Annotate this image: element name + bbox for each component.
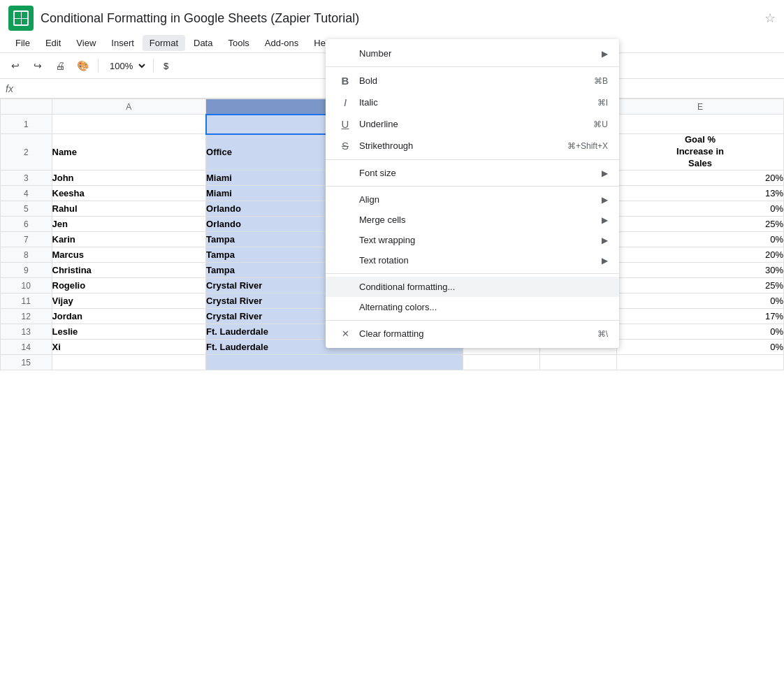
cell-a5[interactable]: Rahul — [52, 201, 206, 217]
row-num: 8 — [1, 247, 52, 263]
menu-item-conditional-formatting[interactable]: Conditional formatting... — [326, 277, 619, 297]
menu-item-align[interactable]: Align ▶ — [326, 189, 619, 210]
text-wrapping-arrow: ▶ — [602, 235, 608, 245]
menu-edit[interactable]: Edit — [38, 35, 68, 51]
cell-a13[interactable]: Leslie — [52, 324, 206, 340]
cell-a11[interactable]: Vijay — [52, 293, 206, 309]
menu-item-merge-cells[interactable]: Merge cells ▶ — [326, 210, 619, 230]
format-dropdown-menu: Number ▶ B Bold ⌘B I Italic ⌘I U Underli… — [326, 99, 619, 348]
star-icon[interactable]: ☆ — [764, 10, 776, 26]
toolbar-separator-2 — [153, 59, 154, 73]
menu-item-strikethrough[interactable]: S Strikethrough ⌘+Shift+X — [326, 135, 619, 157]
menu-view[interactable]: View — [69, 35, 103, 51]
cell-b15[interactable] — [206, 355, 463, 370]
col-header-a[interactable]: A — [52, 99, 206, 115]
cell-c15[interactable] — [463, 355, 539, 370]
separator-2 — [326, 159, 619, 160]
col-header-e[interactable]: E — [617, 99, 784, 115]
zoom-select[interactable]: 100% 75% 125% 150% — [104, 59, 147, 73]
font-size-label: Font size — [359, 168, 602, 178]
row-num: 14 — [1, 340, 52, 355]
menu-item-text-rotation[interactable]: Text rotation ▶ — [326, 250, 619, 270]
separator-4 — [326, 273, 619, 274]
clear-formatting-icon: ✕ — [337, 328, 354, 339]
menu-item-underline[interactable]: U Underline ⌘U — [326, 113, 619, 135]
underline-shortcut: ⌘U — [593, 119, 608, 129]
paint-format-button[interactable]: 🎨 — [73, 56, 92, 75]
row-num: 7 — [1, 232, 52, 247]
cell-e9[interactable]: 30% — [617, 263, 784, 278]
menu-addons[interactable]: Add-ons — [258, 35, 305, 51]
menu-item-font-size[interactable]: Font size ▶ — [326, 163, 619, 183]
underline-label: Underline — [359, 119, 588, 129]
row-num: 3 — [1, 170, 52, 186]
cell-a7[interactable]: Karin — [52, 232, 206, 247]
merge-cells-arrow: ▶ — [602, 215, 608, 225]
cell-a12[interactable]: Jordan — [52, 309, 206, 324]
separator-5 — [326, 320, 619, 321]
separator-3 — [326, 186, 619, 187]
cell-a10[interactable]: Rogelio — [52, 278, 206, 293]
menu-item-alternating-colors[interactable]: Alternating colors... — [326, 297, 619, 317]
cell-e5[interactable]: 0% — [617, 201, 784, 217]
cell-e12[interactable]: 17% — [617, 309, 784, 324]
redo-button[interactable]: ↪ — [28, 56, 48, 75]
app-icon — [8, 6, 34, 31]
cell-a4[interactable]: Keesha — [52, 186, 206, 201]
menu-tools[interactable]: Tools — [221, 35, 256, 51]
row-num: 2 — [1, 134, 52, 170]
toolbar-separator-1 — [98, 59, 99, 73]
menu-format[interactable]: Format — [143, 35, 185, 51]
cell-e8[interactable]: 20% — [617, 247, 784, 263]
currency-button[interactable]: $ — [159, 59, 173, 73]
print-button[interactable]: 🖨 — [50, 56, 70, 75]
text-rotation-label: Text rotation — [359, 255, 602, 266]
cell-a3[interactable]: John — [52, 170, 206, 186]
row-num: 5 — [1, 201, 52, 217]
cell-e15[interactable] — [617, 355, 784, 370]
cell-e3[interactable]: 20% — [617, 170, 784, 186]
undo-button[interactable]: ↩ — [6, 56, 25, 75]
cell-d15[interactable] — [539, 355, 616, 370]
menu-data[interactable]: Data — [187, 35, 219, 51]
cell-e1[interactable] — [617, 115, 784, 134]
cell-a9[interactable]: Christina — [52, 263, 206, 278]
table-row: 15 — [1, 355, 784, 370]
italic-shortcut: ⌘I — [597, 99, 608, 108]
cell-a6[interactable]: Jen — [52, 217, 206, 232]
menu-item-text-wrapping[interactable]: Text wrapping ▶ — [326, 230, 619, 250]
clear-formatting-shortcut: ⌘\ — [597, 329, 608, 339]
alternating-colors-label: Alternating colors... — [359, 302, 608, 312]
font-size-arrow: ▶ — [602, 168, 608, 178]
spreadsheet-area: A B C D E 1 2 Name Office — [0, 99, 784, 370]
cell-a15[interactable] — [52, 355, 206, 370]
menu-item-italic[interactable]: I Italic ⌘I — [326, 99, 619, 113]
underline-icon: U — [337, 118, 354, 130]
cell-e7[interactable]: 0% — [617, 232, 784, 247]
row-num: 6 — [1, 217, 52, 232]
cell-e2[interactable]: Goal %Increase inSales — [617, 134, 784, 170]
cell-a8[interactable]: Marcus — [52, 247, 206, 263]
row-num: 1 — [1, 115, 52, 134]
align-arrow: ▶ — [602, 195, 608, 205]
row-num: 4 — [1, 186, 52, 201]
cell-e10[interactable]: 25% — [617, 278, 784, 293]
align-label: Align — [359, 194, 602, 205]
cell-a2[interactable]: Name — [52, 134, 206, 170]
row-num: 15 — [1, 355, 52, 370]
menu-insert[interactable]: Insert — [104, 35, 141, 51]
cell-e6[interactable]: 25% — [617, 217, 784, 232]
cell-e14[interactable]: 0% — [617, 340, 784, 355]
row-num: 12 — [1, 309, 52, 324]
cell-e11[interactable]: 0% — [617, 293, 784, 309]
merge-cells-label: Merge cells — [359, 215, 602, 225]
cell-e13[interactable]: 0% — [617, 324, 784, 340]
cell-a1[interactable] — [52, 115, 206, 134]
menu-item-clear-formatting[interactable]: ✕ Clear formatting ⌘\ — [326, 324, 619, 344]
row-num: 10 — [1, 278, 52, 293]
strikethrough-label: Strikethrough — [359, 140, 562, 151]
text-rotation-arrow: ▶ — [602, 256, 608, 266]
menu-file[interactable]: File — [8, 35, 37, 51]
cell-e4[interactable]: 13% — [617, 186, 784, 201]
cell-a14[interactable]: Xi — [52, 340, 206, 355]
